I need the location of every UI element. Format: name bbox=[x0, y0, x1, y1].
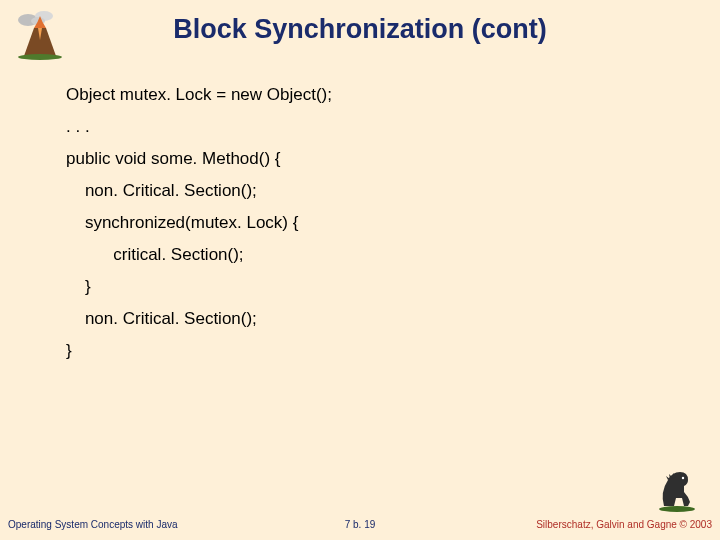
code-line: non. Critical. Section(); bbox=[66, 182, 332, 199]
svg-point-3 bbox=[18, 54, 62, 60]
code-line: non. Critical. Section(); bbox=[66, 310, 332, 327]
code-line: . . . bbox=[66, 118, 332, 135]
footer-copyright: Silberschatz, Galvin and Gagne © 2003 bbox=[536, 519, 712, 530]
slide-title: Block Synchronization (cont) bbox=[0, 14, 720, 45]
footer: Operating System Concepts with Java 7 b.… bbox=[0, 510, 720, 530]
dinosaur-icon bbox=[654, 462, 700, 512]
code-line: public void some. Method() { bbox=[66, 150, 332, 167]
code-line: critical. Section(); bbox=[66, 246, 332, 263]
code-block: Object mutex. Lock = new Object(); . . .… bbox=[66, 86, 332, 374]
code-line: synchronized(mutex. Lock) { bbox=[66, 214, 332, 231]
code-line: } bbox=[66, 342, 332, 359]
svg-point-5 bbox=[682, 477, 684, 479]
code-line: Object mutex. Lock = new Object(); bbox=[66, 86, 332, 103]
code-line: } bbox=[66, 278, 332, 295]
slide: Block Synchronization (cont) Object mute… bbox=[0, 0, 720, 540]
